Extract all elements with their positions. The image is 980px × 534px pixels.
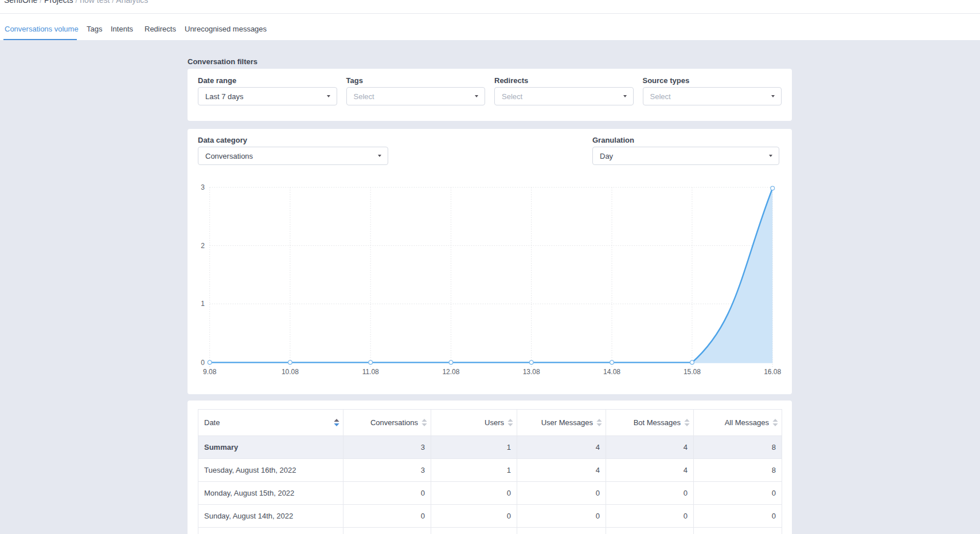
svg-text:3: 3	[201, 183, 205, 191]
svg-text:12.08: 12.08	[442, 368, 459, 376]
svg-text:10.08: 10.08	[282, 368, 299, 376]
svg-text:1: 1	[201, 300, 205, 308]
svg-text:0: 0	[201, 359, 205, 367]
svg-text:16.08: 16.08	[764, 368, 781, 376]
svg-text:2: 2	[201, 242, 205, 250]
svg-text:11.08: 11.08	[362, 368, 379, 376]
svg-text:14.08: 14.08	[603, 368, 620, 376]
svg-text:13.08: 13.08	[523, 368, 540, 376]
svg-text:15.08: 15.08	[684, 368, 701, 376]
svg-text:9.08: 9.08	[203, 368, 217, 376]
